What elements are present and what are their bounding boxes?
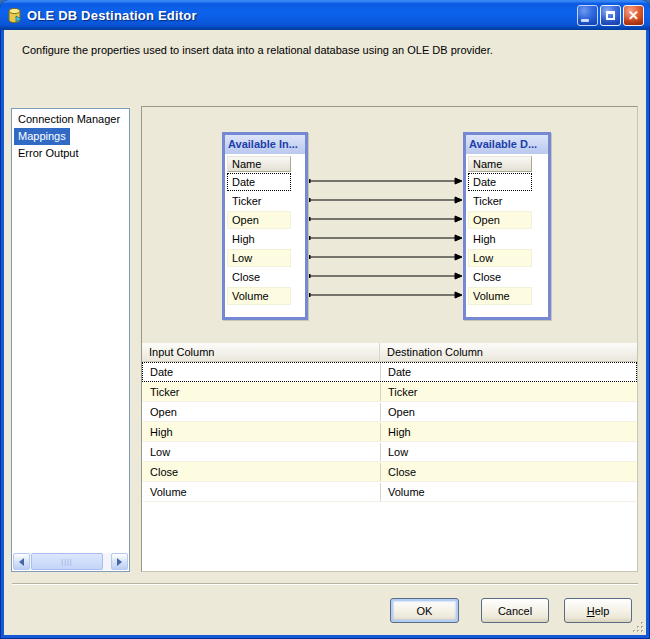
mapping-destination-cell[interactable]: Ticker xyxy=(381,383,636,401)
mapping-input-cell[interactable]: Low xyxy=(143,443,381,461)
mapping-row[interactable]: Volume Volume xyxy=(142,482,637,502)
mapping-input-cell[interactable]: Date xyxy=(143,363,381,381)
help-button[interactable]: Help xyxy=(564,598,632,623)
source-column-row[interactable]: Open xyxy=(227,211,291,229)
mapping-row[interactable]: Ticker Ticker xyxy=(142,382,637,402)
source-name-column-header: Name xyxy=(227,156,291,172)
mapping-destination-cell[interactable]: Low xyxy=(381,443,636,461)
destination-column-row[interactable]: Open xyxy=(468,211,532,229)
close-icon: ✕ xyxy=(628,8,639,23)
sidebar-item-connection-manager[interactable]: Connection Manager xyxy=(14,111,129,128)
source-column-row[interactable]: High xyxy=(227,230,291,248)
mapping-row[interactable]: Open Open xyxy=(142,402,637,422)
scrollbar-track[interactable] xyxy=(103,553,111,570)
mapping-input-cell[interactable]: High xyxy=(143,423,381,441)
mapping-row[interactable]: High High xyxy=(142,422,637,442)
destination-column-row[interactable]: High xyxy=(468,230,532,248)
titlebar[interactable]: OLE DB Destination Editor ✕ xyxy=(0,0,650,30)
minimize-button[interactable] xyxy=(577,5,598,26)
ole-db-destination-editor-window: OLE DB Destination Editor ✕ Configure th… xyxy=(0,0,650,639)
available-input-columns-box[interactable]: Available In... Name Date Ticker Open Hi… xyxy=(222,132,308,320)
sidebar-item-mappings[interactable]: Mappings xyxy=(14,128,70,145)
scrollbar-thumb[interactable]: |||| xyxy=(31,553,103,570)
available-input-columns-title: Available In... xyxy=(225,135,305,154)
scroll-left-icon xyxy=(19,558,24,566)
mapping-input-cell[interactable]: Open xyxy=(143,403,381,421)
ok-button-label: OK xyxy=(417,605,433,617)
mapping-grid: Input Column Destination Column Date Dat… xyxy=(142,343,637,571)
sidebar-horizontal-scrollbar[interactable]: |||| xyxy=(13,553,128,570)
close-button[interactable]: ✕ xyxy=(623,5,644,26)
source-column-row[interactable]: Date xyxy=(227,173,291,191)
resize-grip[interactable] xyxy=(632,621,645,634)
mappings-panel: Available In... Name Date Ticker Open Hi… xyxy=(141,106,638,572)
destination-column-row[interactable]: Low xyxy=(468,249,532,267)
mapping-destination-cell[interactable]: Close xyxy=(381,463,636,481)
dialog-body: Configure the properties used to insert … xyxy=(4,30,646,635)
help-button-label: Help xyxy=(587,605,610,617)
mapping-grid-header: Input Column Destination Column xyxy=(142,343,637,362)
destination-column-row[interactable]: Ticker xyxy=(468,192,532,210)
source-column-row[interactable]: Volume xyxy=(227,287,291,305)
database-icon xyxy=(6,7,23,24)
source-column-row[interactable]: Close xyxy=(227,268,291,286)
mapping-connections[interactable] xyxy=(142,107,637,343)
ok-button[interactable]: OK xyxy=(390,598,459,623)
mapping-destination-cell[interactable]: Date xyxy=(381,363,636,381)
maximize-icon xyxy=(606,11,615,20)
window-title: OLE DB Destination Editor xyxy=(27,8,197,23)
mapping-destination-cell[interactable]: High xyxy=(381,423,636,441)
minimize-icon xyxy=(581,19,589,22)
maximize-button[interactable] xyxy=(600,5,621,26)
destination-column-row[interactable]: Close xyxy=(468,268,532,286)
scroll-left-button[interactable] xyxy=(13,553,30,570)
mapping-canvas: Available In... Name Date Ticker Open Hi… xyxy=(142,107,637,343)
sidebar-item-error-output[interactable]: Error Output xyxy=(14,145,129,162)
scroll-right-button[interactable] xyxy=(111,553,128,570)
dialog-description: Configure the properties used to insert … xyxy=(22,44,493,56)
mapping-input-cell[interactable]: Close xyxy=(143,463,381,481)
scrollbar-grip-icon: |||| xyxy=(61,558,72,565)
scroll-right-icon xyxy=(117,558,122,566)
available-destination-columns-title: Available D... xyxy=(466,135,548,154)
cancel-button-label: Cancel xyxy=(498,605,532,617)
input-column-header: Input Column xyxy=(142,343,380,361)
mapping-input-cell[interactable]: Volume xyxy=(143,483,381,501)
footer-separator xyxy=(12,583,638,585)
destination-name-column-header: Name xyxy=(468,156,532,172)
page-list[interactable]: Connection Manager Mappings Error Output… xyxy=(11,108,130,572)
destination-column-row[interactable]: Date xyxy=(468,173,532,191)
destination-column-header: Destination Column xyxy=(380,343,637,361)
source-column-row[interactable]: Ticker xyxy=(227,192,291,210)
mapping-destination-cell[interactable]: Open xyxy=(381,403,636,421)
destination-column-row[interactable]: Volume xyxy=(468,287,532,305)
source-column-row[interactable]: Low xyxy=(227,249,291,267)
mapping-input-cell[interactable]: Ticker xyxy=(143,383,381,401)
mapping-row[interactable]: Close Close xyxy=(142,462,637,482)
cancel-button[interactable]: Cancel xyxy=(481,598,549,623)
mapping-row[interactable]: Low Low xyxy=(142,442,637,462)
mapping-destination-cell[interactable]: Volume xyxy=(381,483,636,501)
mapping-row[interactable]: Date Date xyxy=(142,362,637,382)
available-destination-columns-box[interactable]: Available D... Name Date Ticker Open Hig… xyxy=(463,132,551,320)
